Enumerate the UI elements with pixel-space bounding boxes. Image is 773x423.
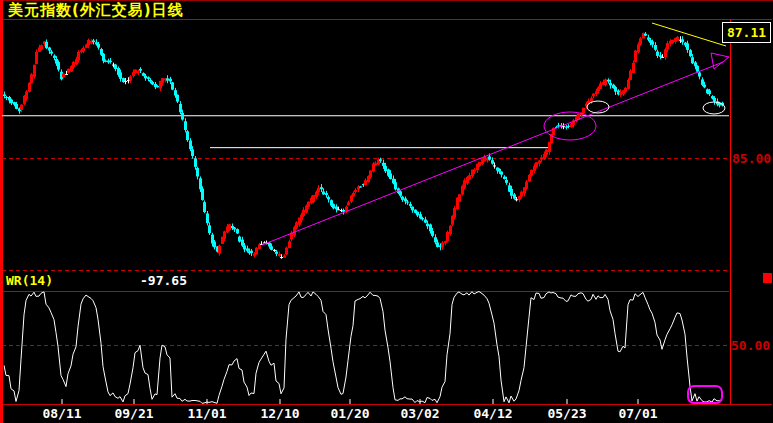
indicator-value-label: -97.65 (140, 273, 187, 288)
indicator-name-label[interactable]: WR(14) (6, 273, 53, 288)
x-axis-label: 11/01 (185, 406, 229, 421)
wr-indicator-line (4, 292, 722, 404)
candlestick-series (3, 32, 724, 259)
red-handle[interactable] (763, 273, 772, 283)
x-axis-label: 08/11 (40, 406, 84, 421)
chart-canvas[interactable] (0, 0, 773, 423)
x-axis-label: 01/20 (328, 406, 372, 421)
last-price-box: 87.11 (722, 22, 771, 43)
app-window: 美元指数(外汇交易)日线 87.11 85.00 WR(14) -97.65 5… (0, 0, 773, 423)
magenta-arrowhead (711, 53, 729, 69)
x-axis-label: 07/01 (616, 406, 660, 421)
x-axis-label: 12/10 (258, 406, 302, 421)
x-axis-label: 04/12 (471, 406, 515, 421)
x-axis-label: 05/23 (545, 406, 589, 421)
x-axis-ticks (62, 399, 639, 404)
magenta-trendline (262, 62, 723, 245)
grid-lines (0, 0, 773, 423)
x-axis-label: 09/21 (112, 406, 156, 421)
yellow-trendline (652, 23, 726, 46)
indicator-axis-label-50: 50.00 (731, 338, 770, 353)
price-axis-label-85: 85.00 (732, 151, 771, 166)
white-reference-lines (2, 116, 729, 148)
x-axis-label: 03/02 (398, 406, 442, 421)
